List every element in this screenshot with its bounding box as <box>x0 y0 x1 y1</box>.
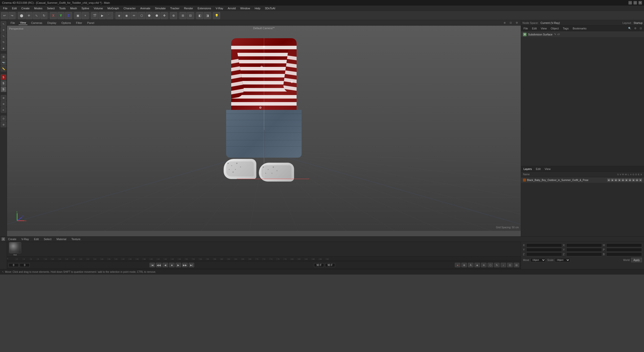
menu-modes[interactable]: Modes <box>32 6 45 10</box>
toolbar-move[interactable]: ✛ <box>25 12 32 19</box>
toolbar-fill[interactable]: ⬢ <box>153 12 160 19</box>
menu-vray[interactable]: V-Ray <box>214 6 225 10</box>
toolbar-rotate[interactable]: ↻ <box>41 12 48 19</box>
toolbar-weight[interactable]: ⬡ <box>138 12 145 19</box>
toolbar-snap[interactable]: ⊞ <box>179 12 186 19</box>
sidebar-extra2[interactable]: ⊚ <box>1 122 6 127</box>
flag-btn-m[interactable]: ■ <box>618 179 621 182</box>
menu-extensions[interactable]: Extensions <box>195 6 213 10</box>
submenu-tab-vray[interactable]: V-Ray <box>19 237 31 241</box>
toolbar-render-view[interactable]: ▶ <box>99 12 106 19</box>
layer-item[interactable]: Black_Baby_Boy_Outdoor_in_Summer_Outfit_… <box>521 177 644 183</box>
flag-btn-x[interactable]: ■ <box>639 179 642 182</box>
np-tab-file[interactable]: File <box>522 26 529 30</box>
apply-button[interactable]: Apply <box>631 258 642 262</box>
viewport[interactable]: File View Cameras Display Options Filter… <box>7 20 521 236</box>
submenu-tab-edit[interactable]: Edit <box>32 237 41 241</box>
layers-tab-layers[interactable]: Layers <box>522 167 533 171</box>
menu-window[interactable]: Window <box>238 6 252 10</box>
submenu-tab-texture[interactable]: Texture <box>69 237 83 241</box>
vp-tab-display[interactable]: Display <box>46 21 58 25</box>
move-dropdown[interactable]: Object World <box>531 258 546 262</box>
p-input[interactable] <box>606 248 642 252</box>
sidebar-scale[interactable]: ⤡ <box>1 33 6 39</box>
sidebar-deform[interactable]: ⊛ <box>1 95 6 101</box>
z-pos-input[interactable] <box>526 252 562 256</box>
tl-motion[interactable]: ≋ <box>481 263 487 267</box>
toolbar-y-axis[interactable]: Y <box>57 12 64 19</box>
minimize-button[interactable]: ─ <box>628 1 632 5</box>
toolbar-smooth[interactable]: ⬟ <box>146 12 153 19</box>
sidebar-extra1[interactable]: ⊙ <box>1 116 6 121</box>
np-tab-edit[interactable]: Edit <box>531 26 538 30</box>
sidebar-measure[interactable]: 📏 <box>1 66 6 71</box>
toolbar-add[interactable]: + <box>82 12 89 19</box>
menu-help[interactable]: Help <box>253 6 262 10</box>
x-size-input[interactable] <box>566 243 602 247</box>
menu-create[interactable]: Create <box>19 6 32 10</box>
layers-tab-view[interactable]: View <box>544 167 552 171</box>
sidebar-s3[interactable]: S <box>1 86 6 92</box>
sidebar-paint[interactable]: ≡ <box>1 107 6 113</box>
scale-dropdown[interactable]: Object World <box>555 258 570 262</box>
vp-tab-cameras[interactable]: Cameras <box>29 21 44 25</box>
vp-fullscreen-btn[interactable]: ⊡ <box>509 21 513 25</box>
sidebar-s2[interactable]: S <box>1 80 6 86</box>
menu-tracker[interactable]: Tracker <box>168 6 182 10</box>
menu-animate[interactable]: Animate <box>138 6 152 10</box>
np-search-icon[interactable]: 🔍 <box>628 27 631 30</box>
menu-file[interactable]: File <box>1 6 10 10</box>
b-input[interactable] <box>606 252 642 256</box>
menu-render[interactable]: Render <box>182 6 195 10</box>
toolbar-object[interactable]: ◈ <box>115 12 123 19</box>
menu-spline[interactable]: Spline <box>79 6 91 10</box>
vp-tab-file[interactable]: File <box>9 21 17 25</box>
close-button[interactable]: ✕ <box>638 1 642 5</box>
hamburger-icon[interactable]: ≡ <box>2 237 5 241</box>
submenu-tab-select[interactable]: Select <box>42 237 54 241</box>
toolbar-brush[interactable]: ✏ <box>131 12 138 19</box>
submenu-tab-create[interactable]: Create <box>6 237 18 241</box>
x-pos-input[interactable] <box>526 243 562 247</box>
h-input[interactable] <box>606 243 642 247</box>
sidebar-camera[interactable]: 📷 <box>1 60 6 65</box>
toolbar-perspective[interactable]: ▣ <box>74 12 81 19</box>
menu-select[interactable]: Select <box>45 6 57 10</box>
submenu-tab-material[interactable]: Material <box>55 237 68 241</box>
tl-record[interactable]: ● <box>455 263 460 267</box>
np-filter-icon[interactable]: ⚙ <box>633 27 637 30</box>
vp-tab-panel[interactable]: Panel <box>86 21 96 25</box>
tl-loop[interactable]: ↻ <box>494 263 500 267</box>
sidebar-snap[interactable]: ⊞ <box>1 54 6 59</box>
y-size-input[interactable] <box>566 248 602 252</box>
toolbar-grid[interactable]: ⊟ <box>187 12 194 19</box>
vp-tab-view[interactable]: View <box>19 21 28 25</box>
tl-settings2[interactable]: ⊡ <box>507 263 513 267</box>
np-tab-bookmarks[interactable]: Bookmarks <box>572 26 587 30</box>
toolbar-render[interactable]: ⬛ <box>106 12 113 19</box>
sidebar-select[interactable]: ↖ <box>1 21 6 27</box>
sidebar-move[interactable]: ✛ <box>1 27 6 33</box>
vp-tab-filter[interactable]: Filter <box>74 21 84 25</box>
toolbar-z-axis[interactable]: Z <box>65 12 72 19</box>
layers-tab-edit[interactable]: Edit <box>535 167 542 171</box>
toolbar-texture[interactable]: ◉ <box>123 12 130 19</box>
toolbar-redo[interactable]: ↪ <box>9 12 16 19</box>
toolbar-light[interactable]: 💡 <box>213 12 220 19</box>
frame-end-display[interactable]: 0 <box>20 263 30 267</box>
flag-btn-e[interactable]: ■ <box>635 179 638 182</box>
np-tab-object[interactable]: Object <box>550 26 560 30</box>
menu-character[interactable]: Character <box>122 6 138 10</box>
tl-onion[interactable]: ⬡ <box>488 263 493 267</box>
vp-expand-btn[interactable]: ⊕ <box>503 21 507 25</box>
np-expand-icon[interactable]: ⊡ <box>639 27 642 30</box>
flag-btn-r[interactable]: ■ <box>614 179 617 182</box>
tl-prev-frame[interactable]: ◀◀ <box>156 263 162 267</box>
scene-area[interactable]: Perspective Default Camera** <box>7 26 521 231</box>
tl-auto[interactable]: A <box>468 263 473 267</box>
tl-goto-end[interactable]: ▶| <box>189 263 194 267</box>
tl-goto-start[interactable]: |◀ <box>149 263 155 267</box>
toolbar-x-axis[interactable]: X <box>50 12 57 19</box>
toolbar-scale[interactable]: ⤡ <box>33 12 40 19</box>
tl-sound[interactable]: ♪ <box>501 263 506 267</box>
